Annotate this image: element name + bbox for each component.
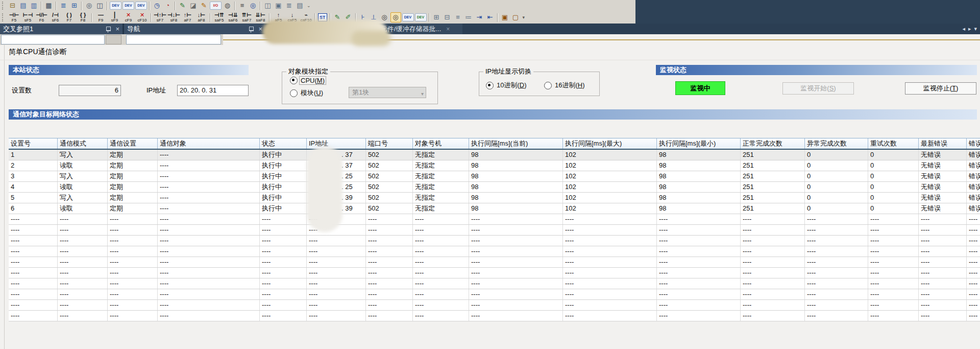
monitor-start-watch-icon[interactable]: ◷ bbox=[152, 1, 162, 10]
cross-reference-window-icon[interactable]: ◎ bbox=[390, 12, 401, 22]
statement-list-icon[interactable]: ≡ bbox=[237, 1, 247, 10]
ladder-editor-icon[interactable]: ≣ bbox=[59, 1, 68, 10]
table-row[interactable]: ----------------------------------------… bbox=[9, 225, 980, 236]
table-row[interactable]: ----------------------------------------… bbox=[9, 214, 980, 225]
ladder-saf6-button[interactable]: ⊣⇊saF6 bbox=[226, 12, 240, 22]
table-row[interactable]: ----------------------------------------… bbox=[9, 257, 980, 268]
scroll-left-icon[interactable]: ◂ bbox=[962, 26, 965, 32]
ladder-f7-button[interactable]: ( )F7 bbox=[62, 12, 76, 22]
cell: 错误详细 bbox=[967, 193, 980, 203]
window-tile-icon[interactable]: ▣ bbox=[274, 1, 283, 10]
ladder-f9-button[interactable]: —F9 bbox=[94, 12, 108, 22]
ladder-saf5-button[interactable]: ⊣⇈saF5 bbox=[212, 12, 226, 22]
cell: ---- bbox=[307, 236, 366, 246]
panel-title-navigation[interactable]: 导航 × bbox=[124, 24, 265, 34]
window-list-icon[interactable]: ≣ bbox=[284, 1, 294, 10]
device-display-on-icon[interactable]: DEV bbox=[402, 13, 414, 21]
hexadecimal-radio[interactable]: 16进制(H) bbox=[544, 81, 586, 90]
cell: 读取 bbox=[58, 160, 108, 171]
cross-reference-list[interactable] bbox=[1, 35, 105, 44]
panel-title-cross-reference[interactable]: 交叉参照1 × bbox=[0, 24, 122, 34]
scrollbar[interactable] bbox=[106, 35, 121, 44]
program-verify-icon[interactable]: ◪ bbox=[188, 1, 198, 10]
close-icon[interactable]: × bbox=[258, 26, 262, 32]
table-row[interactable]: 6读取定期----执行中. 39502无指定981029825100无错误错误详… bbox=[9, 203, 980, 214]
ladder-sf8-button[interactable]: ⊣↓⊢sF8 bbox=[167, 12, 181, 22]
navigation-tree[interactable] bbox=[126, 35, 221, 44]
tab-menu-icon[interactable]: ▾ bbox=[974, 26, 977, 32]
align-statement-icon[interactable]: ≡ bbox=[453, 13, 463, 22]
project-tree-icon[interactable]: ⊟ bbox=[8, 1, 17, 10]
close-icon[interactable]: × bbox=[115, 26, 119, 32]
monitor-start-button[interactable]: 监视开始(S) bbox=[782, 82, 854, 95]
toolbar-drag-handle[interactable] bbox=[2, 2, 5, 10]
parameter-edit-icon[interactable]: ✎ bbox=[178, 1, 187, 10]
zoom-search-icon[interactable]: ◎ bbox=[248, 1, 258, 10]
module-configuration-icon[interactable]: ▦ bbox=[44, 1, 54, 10]
device-search-icon[interactable]: ◎ bbox=[380, 13, 389, 22]
pin-icon[interactable] bbox=[249, 27, 254, 31]
table-row[interactable]: 4读取定期----执行中. 25502无指定981029825100无错误错误详… bbox=[9, 182, 980, 193]
insert-row-icon[interactable]: ⊞ bbox=[432, 13, 442, 22]
table-row[interactable]: 1写入定期----执行中. 37502无指定981029825100无错误错误详… bbox=[9, 150, 980, 160]
find-replace-icon[interactable]: ◫ bbox=[95, 1, 105, 10]
pin-icon[interactable] bbox=[106, 27, 111, 31]
module-select-dropdown[interactable]: 第1块 ▾ bbox=[349, 87, 426, 98]
ladder-symbol-icon: ⎮ bbox=[113, 12, 116, 18]
decimal-radio[interactable]: 10进制(D) bbox=[486, 81, 528, 90]
ladder-sf7-button[interactable]: ⊣↑⊢sF7 bbox=[153, 12, 167, 22]
note-edit-icon[interactable]: ✎ bbox=[199, 1, 209, 10]
ladder-saf8-button[interactable]: ⇊⊢saF8 bbox=[254, 12, 267, 22]
ladder-saf7-button[interactable]: ⇈⊢saF7 bbox=[240, 12, 254, 22]
cell: 执行中 bbox=[260, 193, 307, 203]
module-radio[interactable]: 模块(U) bbox=[290, 88, 324, 98]
monitor-stop-button[interactable]: 监视停止(T) bbox=[905, 82, 976, 95]
ladder-af7-button[interactable]: ↑⊢aF7 bbox=[181, 12, 194, 22]
find-icon[interactable]: ◎ bbox=[84, 1, 94, 10]
docking-layout-icon[interactable]: ▤ bbox=[295, 1, 305, 10]
ladder-block-insert-icon[interactable]: ▣ bbox=[500, 13, 510, 22]
jump-previous-icon[interactable]: ⇤ bbox=[485, 13, 495, 22]
table-row[interactable]: ----------------------------------------… bbox=[9, 289, 980, 300]
options-icon[interactable]: ◍ bbox=[223, 1, 232, 10]
ladder-sf6-button[interactable]: /⊣sF6 bbox=[48, 12, 62, 22]
ladder-f6-button[interactable]: ⊣/⊢F6 bbox=[35, 12, 48, 22]
plc-write-icon[interactable]: ▥ bbox=[29, 1, 39, 10]
table-row[interactable]: 5写入定期----执行中. 39502无指定981029825100无错误错误详… bbox=[9, 193, 980, 203]
device-reference-icon[interactable]: DEV bbox=[135, 2, 147, 10]
ladder-f5-button[interactable]: ⊣⊢F5 bbox=[7, 12, 21, 22]
delete-row-icon[interactable]: ⊟ bbox=[443, 13, 452, 22]
ladder-sf9-button[interactable]: ⎮sF9 bbox=[108, 12, 121, 22]
cpu-radio[interactable]: CPU(M) bbox=[290, 77, 326, 84]
device-display-off-icon[interactable]: DEV bbox=[415, 13, 427, 21]
table-row[interactable]: ----------------------------------------… bbox=[9, 311, 980, 321]
ladder-cf10-button[interactable]: ✕cF10 bbox=[135, 12, 149, 22]
device-comment-icon[interactable]: DEV bbox=[110, 2, 121, 10]
scroll-right-icon[interactable]: ▸ bbox=[968, 26, 971, 32]
ladder-af8-button[interactable]: ↓⊢aF8 bbox=[194, 12, 208, 22]
table-row[interactable]: 2读取定期----执行中. 37502无指定981029825100无错误错误详… bbox=[9, 160, 980, 171]
cell: ---- bbox=[563, 257, 657, 267]
ladder-sf5-button[interactable]: ⊢⊣sF5 bbox=[21, 12, 35, 22]
table-row[interactable]: ----------------------------------------… bbox=[9, 268, 980, 278]
table-row[interactable]: ----------------------------------------… bbox=[9, 236, 980, 246]
align-note-icon[interactable]: ≔ bbox=[464, 13, 474, 22]
toolbar-drag-handle[interactable] bbox=[2, 13, 5, 21]
monitor-stop-watch-icon[interactable]: ◔ bbox=[163, 1, 173, 10]
ladder-cf9-button[interactable]: ✕cF9 bbox=[121, 12, 135, 22]
toolbar-overflow-icon[interactable]: ⌄ bbox=[307, 3, 311, 8]
device-grid-icon[interactable]: ⊞ bbox=[69, 1, 79, 10]
ladder-block-delete-icon[interactable]: ▢ bbox=[511, 13, 521, 22]
close-icon[interactable]: × bbox=[446, 26, 450, 33]
table-row[interactable]: 3写入定期----执行中. 25502无指定981029825100无错误错误详… bbox=[9, 171, 980, 182]
window-cascade-icon[interactable]: ◫ bbox=[263, 1, 273, 10]
jump-next-icon[interactable]: ⇥ bbox=[475, 13, 484, 22]
ladder-f8-button[interactable]: { }F8 bbox=[76, 12, 90, 22]
table-row[interactable]: ----------------------------------------… bbox=[9, 278, 980, 289]
toolbar-overflow-icon[interactable]: ▾ bbox=[523, 15, 525, 20]
table-row[interactable]: ----------------------------------------… bbox=[9, 246, 980, 257]
io-assignment-icon[interactable]: I/O bbox=[210, 2, 222, 10]
device-batch-monitor-icon[interactable]: DEV bbox=[122, 2, 134, 10]
table-row[interactable]: ----------------------------------------… bbox=[9, 300, 980, 311]
plc-read-icon[interactable]: ▤ bbox=[18, 1, 28, 10]
